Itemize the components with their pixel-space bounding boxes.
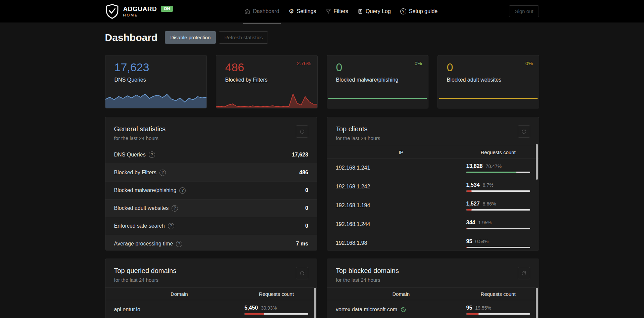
table-row: 192.168.1.244 3441.95%	[327, 215, 539, 234]
nav-label: Filters	[334, 8, 349, 14]
refresh-card-button[interactable]	[296, 267, 308, 279]
refresh-icon	[521, 271, 526, 276]
domain-name[interactable]: vortex.data.microsoft.com	[336, 307, 466, 313]
help-icon[interactable]: ?	[168, 223, 174, 229]
refresh-icon	[300, 129, 305, 134]
client-ip[interactable]: 192.168.1.194	[336, 202, 466, 209]
refresh-statistics-button[interactable]: Refresh statistics	[219, 31, 268, 44]
nav-dashboard[interactable]: Dashboard	[240, 0, 284, 22]
page-title: Dashboard	[105, 32, 158, 43]
bottom-row: Top queried domains for the last 24 hour…	[105, 259, 539, 318]
requests-cell: 5,45030.93%	[244, 305, 308, 315]
column-requests: Requests count	[466, 149, 530, 155]
blocked-adult-value: 0	[447, 61, 533, 74]
help-icon[interactable]: ?	[149, 151, 155, 158]
request-count: 13,828	[466, 163, 483, 169]
blocked-adult-sparkline	[438, 92, 539, 108]
brand-name: ADGUARD	[123, 6, 157, 12]
brand-sub: HOME	[123, 13, 173, 17]
requests-cell: 1,5348.7%	[466, 182, 530, 192]
document-icon	[358, 9, 363, 14]
top-nav: ADGUARD ON HOME Dashboard ⚙ Settings	[0, 0, 644, 22]
help-icon[interactable]: ?	[159, 170, 166, 176]
nav-label: Dashboard	[253, 8, 279, 14]
request-count: 344	[466, 220, 475, 226]
scrollbar-thumb[interactable]	[314, 288, 316, 318]
request-percent: 78.47%	[486, 164, 501, 169]
stat-row-blocked-adult: Blocked adult websites? 0	[105, 199, 317, 217]
stat-row-dns-queries: DNS Queries? 17,623	[105, 146, 317, 164]
nav-settings[interactable]: ⚙ Settings	[284, 0, 321, 22]
help-icon[interactable]: ?	[172, 205, 178, 212]
refresh-card-button[interactable]	[518, 267, 530, 279]
requests-cell: 1,5278.66%	[466, 201, 530, 211]
help-icon[interactable]: ?	[179, 187, 186, 194]
table-header: IP Requests count	[327, 146, 539, 158]
refresh-card-button[interactable]	[518, 125, 530, 138]
client-ip[interactable]: 192.168.1.98	[336, 240, 466, 246]
stat-value: 0	[305, 205, 308, 211]
stat-cards-row: 17,623 DNS Queries 2.76% 486 Blocked by …	[105, 55, 539, 108]
blocked-adult-card: 0% 0 Blocked adult websites	[438, 55, 539, 108]
refresh-icon	[300, 271, 305, 276]
nav-label: Query Log	[366, 8, 391, 14]
request-percent: 8.66%	[483, 201, 496, 207]
request-count: 1,527	[466, 201, 480, 207]
card-title: Top queried domains	[114, 267, 177, 275]
card-subtitle: for the last 24 hours	[114, 135, 166, 141]
table-row: 192.168.1.241 13,82878.47%	[327, 158, 539, 177]
request-count: 1,534	[466, 182, 480, 188]
gear-icon: ⚙	[289, 8, 294, 14]
progress-bar	[466, 172, 530, 173]
nav-filters[interactable]: Filters	[321, 0, 353, 22]
column-ip: IP	[336, 149, 466, 155]
refresh-icon	[521, 129, 526, 134]
domain-name[interactable]: api.entur.io	[114, 307, 245, 313]
table-row: api.entur.io 5,45030.93%	[105, 300, 317, 318]
nav-label: Setup guide	[409, 8, 438, 14]
client-ip[interactable]: 192.168.1.242	[336, 184, 466, 190]
adguard-logo[interactable]: ADGUARD ON HOME	[105, 4, 173, 19]
help-icon[interactable]: ?	[176, 241, 182, 247]
table-row: 192.168.1.242 1,5348.7%	[327, 177, 539, 196]
stat-label: Blocked by Filters	[114, 170, 156, 176]
top-queried-domains-card: Top queried domains for the last 24 hour…	[105, 259, 318, 318]
card-title: Top clients	[336, 125, 380, 133]
stat-value: 0	[305, 187, 308, 193]
table-row: vortex.data.microsoft.com 9519.55%	[327, 300, 539, 318]
stat-label: Average processing time	[114, 241, 173, 247]
progress-bar	[466, 313, 530, 315]
request-percent: 8.7%	[483, 182, 494, 188]
general-statistics-card: General statistics for the last 24 hours…	[105, 117, 318, 251]
blocked-malware-percent: 0%	[415, 60, 422, 66]
blocked-malware-sparkline	[327, 92, 428, 108]
top-blocked-domains-card: Top blocked domains for the last 24 hour…	[327, 259, 539, 318]
blocked-malware-card: 0% 0 Blocked malware/phishing	[327, 55, 428, 108]
stat-value: 0	[305, 223, 308, 229]
refresh-card-button[interactable]	[296, 125, 308, 138]
dns-queries-sparkline	[105, 92, 206, 108]
nav-setup-guide[interactable]: ? Setup guide	[396, 0, 442, 22]
requests-cell: 3441.95%	[466, 220, 530, 229]
request-count: 95	[466, 305, 472, 311]
main-content: Dashboard Disable protection Refresh sta…	[105, 31, 539, 318]
disable-protection-button[interactable]: Disable protection	[165, 31, 216, 44]
client-ip[interactable]: 192.168.1.241	[336, 165, 466, 171]
stat-value: 7 ms	[296, 241, 308, 247]
blocked-malware-label: Blocked malware/phishing	[336, 77, 399, 83]
scrollbar-thumb[interactable]	[536, 144, 538, 180]
request-percent: 1.95%	[478, 220, 492, 225]
column-requests: Requests count	[244, 291, 308, 297]
blocked-filters-link[interactable]: Blocked by Filters	[225, 77, 268, 83]
table-row: 192.168.1.98 950.54%	[327, 234, 539, 251]
sign-out-button[interactable]: Sign out	[509, 5, 539, 17]
blocked-adult-label: Blocked adult websites	[447, 77, 502, 83]
card-title: Top blocked domains	[336, 267, 399, 275]
stat-value: 17,623	[292, 152, 308, 158]
scrollbar-thumb[interactable]	[536, 288, 538, 318]
client-ip[interactable]: 192.168.1.244	[336, 221, 466, 227]
progress-bar	[244, 313, 308, 315]
stat-row-blocked-malware: Blocked malware/phishing? 0	[105, 181, 317, 199]
nav-query-log[interactable]: Query Log	[353, 0, 396, 22]
home-icon	[244, 8, 250, 14]
